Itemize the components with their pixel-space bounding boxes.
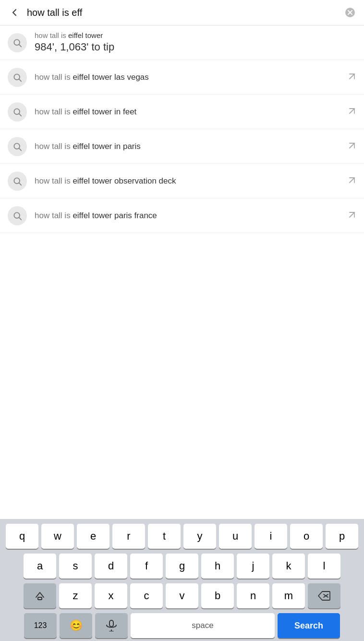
emoji-key[interactable]: 😊 (60, 613, 92, 638)
keyboard-row-1: q w e r t y u i o p (2, 524, 362, 549)
suggestion-text-5: how tall is eiffel tower paris france (35, 211, 340, 221)
key-a[interactable]: a (24, 554, 56, 579)
key-u[interactable]: u (219, 524, 252, 549)
key-s[interactable]: s (59, 554, 92, 579)
suggestion-main-2: how tall is eiffel tower in feet (35, 107, 136, 116)
key-v[interactable]: v (166, 583, 198, 608)
clear-button[interactable] (343, 5, 357, 20)
search-input-wrap (27, 7, 338, 18)
key-q[interactable]: q (6, 524, 38, 549)
key-e[interactable]: e (77, 524, 109, 549)
key-n[interactable]: n (237, 583, 269, 608)
svg-line-13 (350, 143, 354, 148)
shift-key[interactable] (24, 583, 56, 608)
svg-rect-23 (109, 620, 113, 627)
key-d[interactable]: d (95, 554, 127, 579)
suggestion-main-5: how tall is eiffel tower paris france (35, 211, 157, 220)
search-key[interactable]: Search (278, 613, 340, 638)
arrow-icon-1 (348, 72, 356, 83)
keyboard-row-4: 123 😊 space Search (2, 613, 362, 638)
search-icon-circle-1 (8, 68, 27, 87)
arrow-icon-2 (348, 107, 356, 117)
search-icon-circle-5 (8, 206, 27, 225)
suggestion-item-3[interactable]: how tall is eiffel tower in paris (0, 129, 364, 164)
search-icon-circle (8, 33, 27, 52)
search-input[interactable] (27, 7, 338, 18)
key-p[interactable]: p (326, 524, 358, 549)
search-bar (0, 0, 364, 25)
svg-line-16 (350, 178, 354, 183)
suggestion-text-2: how tall is eiffel tower in feet (35, 107, 340, 117)
key-h[interactable]: h (201, 554, 234, 579)
suggestion-text-4: how tall is eiffel tower observation dec… (35, 176, 340, 186)
back-button[interactable] (7, 5, 22, 20)
key-k[interactable]: k (272, 554, 305, 579)
suggestion-main-1: how tall is eiffel tower las vegas (35, 73, 149, 82)
svg-line-6 (19, 79, 22, 81)
suggestion-item-2[interactable]: how tall is eiffel tower in feet (0, 95, 364, 129)
svg-rect-20 (38, 597, 42, 600)
key-x[interactable]: x (95, 583, 127, 608)
key-l[interactable]: l (308, 554, 340, 579)
search-icon-circle-4 (8, 172, 27, 191)
suggestion-item-1[interactable]: how tall is eiffel tower las vegas (0, 60, 364, 95)
svg-line-10 (350, 109, 354, 113)
svg-line-9 (19, 113, 22, 116)
key-f[interactable]: f (130, 554, 163, 579)
space-key[interactable]: space (131, 613, 275, 638)
suggestion-item-4[interactable]: how tall is eiffel tower observation dec… (0, 164, 364, 198)
suggestion-item-featured[interactable]: how tall is eiffel tower 984', 1,063' to… (0, 25, 364, 60)
key-o[interactable]: o (290, 524, 323, 549)
key-i[interactable]: i (255, 524, 287, 549)
suggestion-text-1: how tall is eiffel tower las vegas (35, 73, 340, 82)
suggestion-text-3: how tall is eiffel tower in paris (35, 142, 340, 151)
key-c[interactable]: c (130, 583, 163, 608)
suggestion-featured-text: how tall is eiffel tower 984', 1,063' to… (35, 31, 356, 54)
svg-line-19 (350, 212, 354, 217)
svg-line-12 (19, 148, 22, 150)
svg-line-7 (350, 74, 354, 79)
suggestion-item-5[interactable]: how tall is eiffel tower paris france (0, 198, 364, 233)
numbers-key[interactable]: 123 (24, 613, 57, 638)
key-w[interactable]: w (41, 524, 74, 549)
arrow-icon-5 (348, 210, 356, 221)
arrow-icon-4 (348, 176, 356, 186)
key-z[interactable]: z (59, 583, 92, 608)
mic-key[interactable] (95, 613, 128, 638)
search-icon-circle-2 (8, 102, 27, 122)
key-y[interactable]: y (183, 524, 216, 549)
suggestion-featured-line1: how tall is eiffel tower (35, 31, 356, 40)
keyboard-row-3: z x c v b n m (2, 583, 362, 608)
keyboard-row-2: a s d f g h j k l (2, 554, 362, 579)
svg-line-15 (19, 183, 22, 185)
key-b[interactable]: b (201, 583, 234, 608)
svg-line-4 (19, 44, 22, 47)
keyboard: q w e r t y u i o p a s d f g h j k l z … (0, 519, 364, 641)
suggestions-list: how tall is eiffel tower 984', 1,063' to… (0, 25, 364, 233)
key-m[interactable]: m (272, 583, 305, 608)
suggestion-main-3: how tall is eiffel tower in paris (35, 142, 141, 151)
arrow-icon-3 (348, 141, 356, 152)
search-icon-circle-3 (8, 137, 27, 156)
svg-line-18 (19, 217, 22, 220)
key-g[interactable]: g (166, 554, 198, 579)
key-j[interactable]: j (237, 554, 269, 579)
suggestion-main-4: how tall is eiffel tower observation dec… (35, 176, 176, 185)
backspace-key[interactable] (308, 583, 340, 608)
suggestion-featured-line2: 984', 1,063' to tip (35, 40, 356, 54)
key-t[interactable]: t (148, 524, 181, 549)
key-r[interactable]: r (112, 524, 145, 549)
